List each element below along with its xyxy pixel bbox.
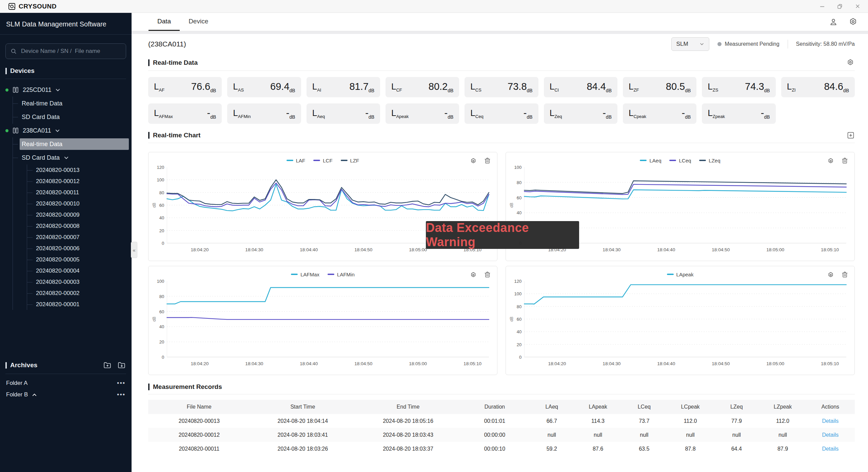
archive-folder-row[interactable]: Folder A ••• (0, 377, 132, 389)
add-chart-icon[interactable] (847, 131, 855, 139)
delete-chart-icon[interactable] (484, 271, 491, 278)
search-input[interactable] (21, 48, 121, 55)
legend-item[interactable]: LCF (313, 158, 332, 163)
sd-file-item[interactable]: 20240820-00002 (27, 288, 129, 299)
metric-value: 84.6dB (824, 81, 849, 93)
sidebar-collapse-handle[interactable]: « (131, 242, 137, 258)
svg-text:100: 100 (514, 165, 521, 170)
chart-settings-icon[interactable] (827, 271, 834, 278)
metric-label: LAS (233, 81, 244, 93)
tab-device[interactable]: Device (180, 13, 217, 31)
svg-text:80: 80 (517, 180, 522, 185)
table-cell: null (621, 428, 667, 442)
device-id-label: (238CA011) (148, 40, 186, 48)
brand: CRYSOUND (8, 3, 57, 10)
realtime-data-title: Real-time Data (153, 59, 198, 66)
sd-file-item[interactable]: 20240820-00005 (27, 254, 129, 265)
sd-file-item[interactable]: 20240820-00003 (27, 276, 129, 288)
metric-value: 80.5dB (666, 81, 691, 93)
sd-file-item[interactable]: 20240820-00001 (27, 299, 129, 310)
sd-file-label: 20240820-00001 (36, 301, 80, 308)
table-cell: 114.3 (575, 414, 621, 428)
legend-item[interactable]: LApeak (667, 272, 694, 277)
sd-file-item[interactable]: 20240820-00011 (27, 187, 129, 198)
data-settings-icon[interactable] (846, 58, 855, 67)
device-node[interactable]: 238CA011 (5, 124, 129, 137)
svg-text:60: 60 (517, 317, 522, 322)
device-child-node[interactable]: SD Card Data (13, 151, 129, 164)
sd-file-label: 20240820-00013 (36, 167, 80, 174)
device-child-node[interactable]: SD Card Data (13, 110, 129, 124)
legend-item[interactable]: LAeq (640, 158, 661, 163)
metric-value: 84.4dB (587, 81, 612, 93)
legend-item[interactable]: LZeq (699, 158, 720, 163)
device-child-label: Real-time Data (22, 100, 62, 107)
chevron-down-icon[interactable] (55, 87, 60, 93)
metric-value: 74.3dB (745, 81, 770, 93)
device-child-node[interactable]: Real-time Data (13, 137, 129, 151)
minimize-icon[interactable] (818, 3, 826, 10)
sd-file-item[interactable]: 20240820-00012 (27, 176, 129, 187)
close-icon[interactable] (854, 3, 861, 10)
sd-file-item[interactable]: 20240820-00006 (27, 243, 129, 254)
table-cell: 2024-08-20 18:03:37 (355, 442, 461, 456)
legend-item[interactable]: LAF (287, 158, 305, 163)
details-link[interactable]: Details (822, 418, 839, 424)
table-cell: null (713, 428, 760, 442)
delete-chart-icon[interactable] (484, 157, 491, 164)
details-link[interactable]: Details (822, 446, 839, 452)
archive-folder-row[interactable]: Folder B ••• (0, 389, 132, 400)
chevron-up-icon[interactable] (32, 392, 37, 397)
section-accent-bar (148, 132, 150, 139)
sd-file-item[interactable]: 20240820-00004 (27, 265, 129, 276)
tab-data[interactable]: Data (149, 13, 180, 31)
brand-name: CRYSOUND (19, 3, 57, 10)
folder-download-icon[interactable] (117, 361, 126, 370)
svg-text:60: 60 (517, 195, 522, 200)
svg-text:18:05:00: 18:05:00 (766, 361, 784, 366)
restore-icon[interactable] (836, 3, 844, 10)
metric-card: LAFMin -dB (227, 103, 301, 124)
sd-file-item[interactable]: 20240820-00013 (27, 164, 129, 176)
legend-item[interactable]: LAFMax (291, 272, 319, 277)
details-link[interactable]: Details (822, 432, 839, 438)
more-options-icon[interactable]: ••• (117, 391, 125, 398)
svg-text:18:05:00: 18:05:00 (409, 247, 427, 252)
sd-file-item[interactable]: 20240820-00010 (27, 198, 129, 209)
device-node[interactable]: 225CD011 (5, 83, 129, 97)
archives-section-label: Archives (10, 361, 37, 369)
metric-value: 76.6dB (191, 81, 216, 93)
table-cell: 66.7 (529, 414, 575, 428)
svg-text:18:04:40: 18:04:40 (300, 247, 318, 252)
device-search[interactable] (5, 43, 126, 59)
legend-item[interactable]: LCeq (669, 158, 691, 163)
table-cell: null (760, 428, 806, 442)
sd-file-item[interactable]: 20240820-00008 (27, 220, 129, 232)
svg-text:18:04:50: 18:04:50 (712, 361, 730, 366)
more-options-icon[interactable]: ••• (117, 380, 125, 387)
delete-chart-icon[interactable] (841, 271, 848, 278)
chevron-down-icon[interactable] (64, 155, 69, 160)
mode-select[interactable]: SLM (671, 37, 709, 51)
table-cell: 77.9 (713, 414, 760, 428)
delete-chart-icon[interactable] (841, 157, 848, 164)
chevron-down-icon[interactable] (55, 128, 60, 133)
user-icon[interactable] (829, 17, 838, 27)
chart-settings-icon[interactable] (827, 157, 834, 164)
metric-value: 81.7dB (349, 81, 374, 93)
legend-item[interactable]: LAFMin (328, 272, 355, 277)
sd-file-item[interactable]: 20240820-00007 (27, 232, 129, 243)
folder-add-icon[interactable] (103, 361, 112, 370)
device-child-node[interactable]: Real-time Data (13, 97, 129, 110)
divider (788, 40, 788, 48)
chart-settings-icon[interactable] (470, 157, 477, 164)
sd-file-label: 20240820-00012 (36, 178, 80, 185)
svg-text:40: 40 (517, 329, 522, 334)
settings-gear-icon[interactable] (848, 17, 858, 27)
sd-file-label: 20240820-00007 (36, 234, 80, 241)
sd-file-item[interactable]: 20240820-00009 (27, 209, 129, 220)
table-cell: null (575, 428, 621, 442)
mode-select-value: SLM (676, 41, 688, 47)
chart-settings-icon[interactable] (470, 271, 477, 278)
legend-item[interactable]: LZF (341, 158, 359, 163)
